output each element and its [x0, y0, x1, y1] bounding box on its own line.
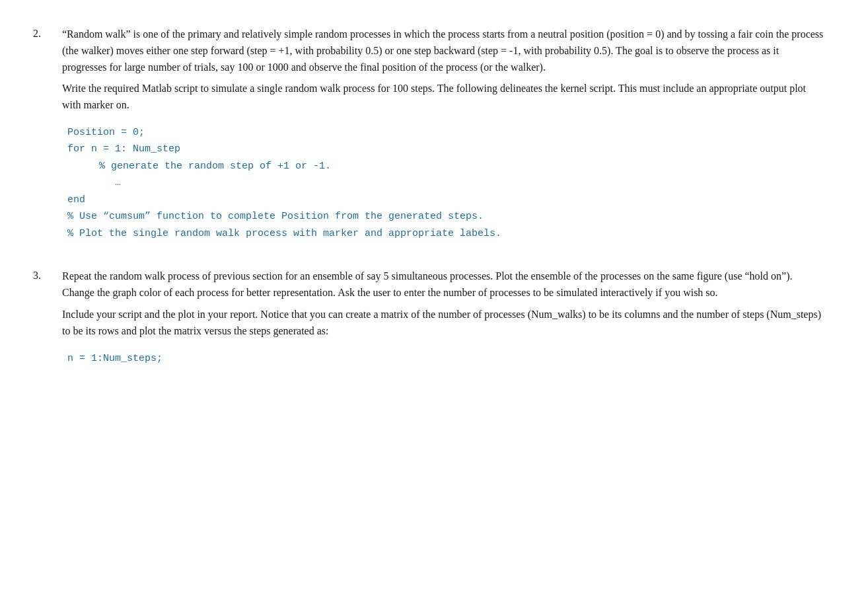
item-3-paragraph-2: Include your script and the plot in your…	[62, 307, 826, 340]
code-line-1: Position = 0;	[67, 124, 826, 141]
page-content: 2. “Random walk” is one of the primary a…	[33, 26, 826, 377]
item-number-2: 2.	[33, 26, 52, 252]
item-body-2: “Random walk” is one of the primary and …	[62, 26, 826, 252]
code-line-5: end	[67, 192, 826, 209]
item-body-3: Repeat the random walk process of previo…	[62, 268, 826, 377]
list-item-2: 2. “Random walk” is one of the primary a…	[33, 26, 826, 252]
code-line-2: for n = 1: Num_step	[67, 141, 826, 158]
item-2-code: Position = 0; for n = 1: Num_step % gene…	[62, 124, 826, 243]
item-3-code: n = 1:Num_steps;	[62, 350, 826, 367]
item-2-paragraph-1: “Random walk” is one of the primary and …	[62, 26, 826, 75]
list-item-3: 3. Repeat the random walk process of pre…	[33, 268, 826, 377]
code-line-3-1: n = 1:Num_steps;	[67, 350, 826, 367]
code-line-3: % generate the random step of +1 or -1.	[67, 158, 826, 175]
code-line-7: % Plot the single random walk process wi…	[67, 225, 826, 243]
item-2-paragraph-2: Write the required Matlab script to simu…	[62, 81, 826, 114]
item-number-3: 3.	[33, 268, 52, 377]
code-line-6: % Use “cumsum” function to complete Posi…	[67, 208, 826, 225]
code-line-4: …	[67, 174, 826, 192]
item-3-paragraph-1: Repeat the random walk process of previo…	[62, 268, 826, 301]
